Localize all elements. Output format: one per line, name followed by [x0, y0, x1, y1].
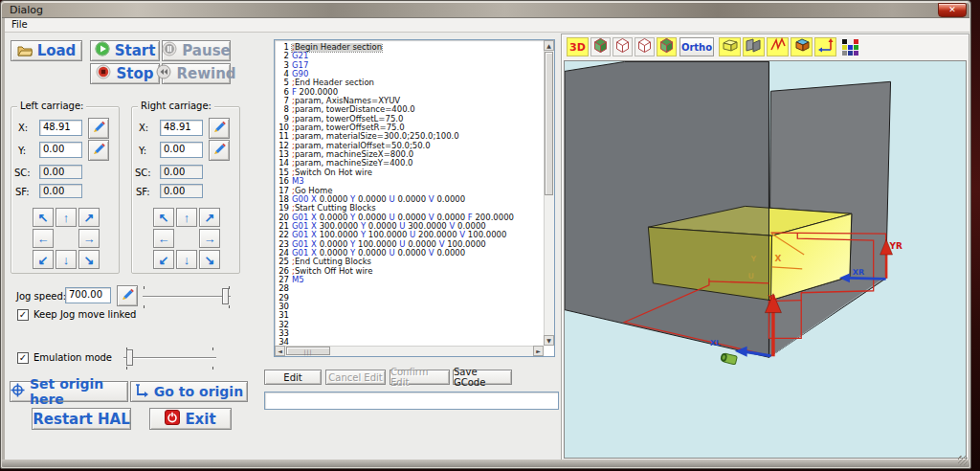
menu-file[interactable]: File	[5, 18, 34, 31]
edit-button[interactable]: Edit	[264, 370, 322, 385]
slider-thumb[interactable]	[222, 288, 229, 304]
right-jog-up-left-button[interactable]: ↖	[153, 208, 174, 227]
toggle-material-button[interactable]	[719, 37, 741, 56]
jog-speed-slider[interactable]	[143, 288, 231, 306]
goto-origin-label: Go to origin	[154, 384, 243, 399]
gcode-line[interactable]: 29	[276, 294, 543, 303]
set-origin-button[interactable]: Set origin here	[10, 381, 128, 402]
ortho-button[interactable]: Ortho	[679, 37, 714, 56]
confirm-edit-button[interactable]: Confirm Edit	[390, 370, 450, 385]
left-x-label: X:	[18, 123, 28, 133]
title-bar[interactable]: Dialog ✕	[2, 2, 969, 18]
view-3d-button[interactable]: 3D	[567, 37, 589, 56]
view-top-button[interactable]	[635, 37, 655, 56]
ortho-label: Ortho	[681, 42, 712, 53]
editor-horizontal-scrollbar[interactable]: ◄ ||| ►	[275, 346, 544, 356]
load-button[interactable]: Load	[11, 40, 82, 61]
gcode-line[interactable]: 3G17	[276, 61, 543, 70]
label-yr: YR	[889, 241, 902, 251]
viewport-3d[interactable]: YR XR XL YL X Y U	[564, 60, 967, 459]
gcode-line[interactable]: 32	[276, 321, 543, 329]
emulation-mode-checkbox[interactable]: ✓	[17, 352, 29, 364]
left-jog-pad: ↖↑↗←→↙↓↘	[33, 208, 100, 269]
toggle-towers-button[interactable]	[743, 37, 765, 56]
gcode-line[interactable]: 1;Begin Header section	[276, 43, 543, 52]
left-jog-down-right-button[interactable]: ↘	[78, 250, 100, 269]
right-jog-right-button[interactable]: →	[199, 229, 220, 248]
gcode-line[interactable]: 34	[276, 338, 543, 345]
view-side-button[interactable]	[612, 37, 633, 56]
scroll-up-icon[interactable]: ▲	[544, 40, 554, 51]
exit-button[interactable]: Exit	[149, 408, 232, 430]
stop-icon	[96, 64, 111, 83]
gcode-line[interactable]: 27M5	[276, 276, 543, 284]
left-jog-up-left-button[interactable]: ↖	[33, 208, 54, 227]
right-jog-left-button[interactable]: ←	[153, 229, 174, 248]
right-y-edit-button[interactable]	[209, 140, 230, 161]
emulation-slider[interactable]	[123, 349, 216, 368]
slider-track	[123, 357, 216, 359]
editor-vertical-scrollbar[interactable]: ▲ ▼	[544, 40, 554, 346]
start-button[interactable]: Start	[90, 40, 160, 61]
left-x-field[interactable]: 48.91	[39, 120, 82, 136]
gcode-line[interactable]: 31	[276, 311, 543, 320]
view-iso-button[interactable]	[657, 37, 677, 56]
pause-button[interactable]: Pause	[162, 40, 231, 61]
slider-thumb[interactable]	[126, 349, 133, 366]
goto-origin-button[interactable]: Go to origin	[130, 381, 248, 402]
gcode-lines: 1;Begin Header section2G213G174G905;End …	[276, 43, 543, 345]
rewind-button[interactable]: Rewind	[162, 63, 231, 84]
resize-grip-icon[interactable]	[958, 456, 968, 465]
left-y-field[interactable]: 0.00	[39, 142, 82, 158]
gcode-editor[interactable]: 1;Begin Header section2G213G174G905;End …	[274, 39, 555, 357]
keep-jog-linked-label: Keep Jog move linked	[33, 309, 136, 320]
right-jog-down-left-button[interactable]: ↙	[153, 250, 174, 269]
view-front-button[interactable]	[590, 37, 611, 56]
left-jog-up-right-button[interactable]: ↗	[78, 208, 100, 227]
left-x-edit-button[interactable]	[88, 118, 109, 139]
restart-hal-label: Restart HAL	[33, 411, 129, 428]
scroll-down-icon[interactable]: ▼	[544, 335, 554, 346]
vscroll-thumb[interactable]	[545, 52, 553, 195]
stop-button[interactable]: Stop	[90, 63, 160, 84]
command-input[interactable]	[264, 392, 559, 410]
right-jog-up-button[interactable]: ↑	[176, 208, 197, 227]
left-jog-left-button[interactable]: ←	[33, 229, 54, 248]
left-jog-down-left-button[interactable]: ↙	[33, 250, 54, 269]
jog-speed-edit-button[interactable]	[117, 285, 138, 306]
label-xl: XL	[710, 339, 721, 348]
jog-speed-field[interactable]: 700.00	[65, 287, 111, 303]
cube-wire-icon	[614, 37, 631, 57]
hscroll-thumb[interactable]: |||	[286, 347, 330, 355]
scroll-right-icon[interactable]: ►	[533, 346, 544, 356]
restart-hal-button[interactable]: Restart HAL	[32, 408, 131, 430]
gcode-line[interactable]: 30	[276, 303, 543, 311]
left-jog-down-button[interactable]: ↓	[56, 250, 77, 269]
right-jog-down-button[interactable]: ↓	[176, 250, 197, 269]
cancel-edit-button[interactable]: Cancel Edit	[325, 370, 386, 385]
tower-planes-icon	[745, 37, 763, 56]
gcode-line[interactable]: 2G21	[276, 52, 543, 60]
close-button[interactable]: ✕	[938, 3, 967, 17]
gcode-line[interactable]: 28	[276, 284, 543, 293]
gcode-line[interactable]: 26;Switch Off Hot wire	[276, 267, 543, 276]
right-y-field[interactable]: 0.00	[160, 142, 203, 158]
toggle-path-button[interactable]	[767, 37, 789, 56]
left-jog-right-button[interactable]: →	[78, 229, 100, 248]
left-jog-up-button[interactable]: ↑	[56, 208, 77, 227]
left-y-edit-button[interactable]	[88, 140, 109, 161]
right-x-field[interactable]: 48.91	[160, 120, 203, 136]
gcode-line[interactable]: 15;Switch On Hot wire	[276, 168, 543, 177]
gcode-line[interactable]: 33	[276, 329, 543, 338]
color-palette-icon	[842, 39, 858, 56]
right-x-edit-button[interactable]	[209, 118, 230, 139]
right-jog-down-right-button[interactable]: ↘	[199, 250, 220, 269]
save-gcode-button[interactable]: Save GCode	[453, 370, 512, 385]
palette-button[interactable]	[839, 37, 861, 56]
toggle-axes-button[interactable]	[814, 37, 836, 56]
scroll-left-icon[interactable]: ◄	[275, 346, 285, 356]
toggle-machine-button[interactable]	[791, 37, 813, 56]
label-xr: XR	[853, 268, 864, 277]
right-jog-up-right-button[interactable]: ↗	[199, 208, 220, 227]
keep-jog-linked-checkbox[interactable]: ✓	[17, 309, 29, 321]
